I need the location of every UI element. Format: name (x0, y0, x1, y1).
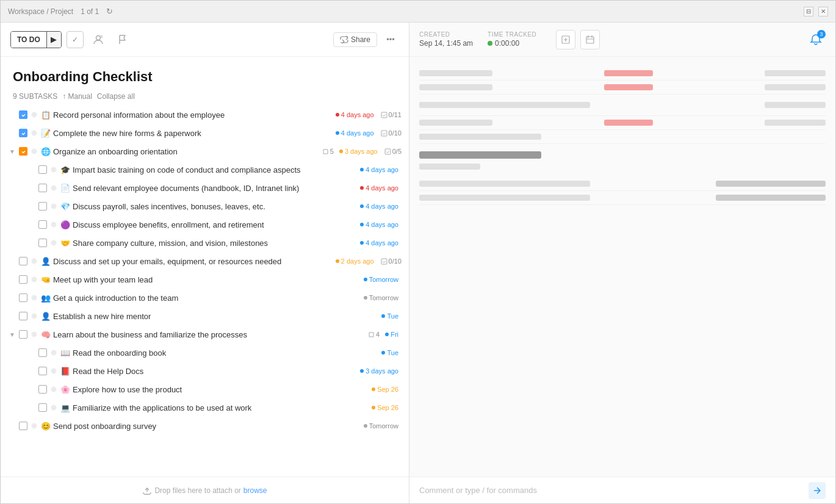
task-checkbox[interactable] (19, 422, 27, 430)
expand-button[interactable] (8, 129, 16, 137)
task-checkbox[interactable] (19, 275, 27, 284)
task-text: Send relevant employee documents (handbo… (73, 184, 355, 193)
task-checkbox[interactable] (19, 330, 27, 339)
task-options-icon[interactable] (30, 110, 38, 119)
task-options-icon[interactable] (30, 312, 38, 320)
task-checkbox[interactable] (19, 110, 27, 119)
expand-button[interactable]: ▼ (8, 330, 16, 339)
task-text: Get a quick introduction to the team (53, 293, 358, 303)
task-item[interactable]: 🤝Share company culture, mission, and vis… (5, 234, 404, 252)
expand-button[interactable] (27, 184, 36, 192)
task-item[interactable]: 👤Discuss and set up your emails, equipme… (5, 252, 404, 270)
task-item[interactable]: 👤Establish a new hire mentor Tue (5, 307, 404, 325)
task-item[interactable]: 📖Read the onboarding book Tue (5, 344, 404, 362)
task-emoji: 👤 (41, 312, 51, 321)
task-options-icon[interactable] (30, 129, 38, 137)
task-checkbox[interactable] (38, 239, 47, 247)
expand-button[interactable] (27, 385, 36, 394)
task-checkbox[interactable] (38, 220, 47, 229)
task-meta: 4 days ago 0/11 (333, 110, 402, 119)
comment-input[interactable]: Comment or type / for commands (419, 486, 804, 495)
expand-button[interactable] (27, 239, 36, 247)
task-options-icon[interactable] (30, 257, 38, 265)
task-options-icon[interactable] (49, 202, 58, 211)
task-options-icon[interactable] (49, 165, 58, 174)
expand-button[interactable] (8, 312, 16, 320)
task-options-icon[interactable] (30, 275, 38, 284)
share-button[interactable]: Share (333, 32, 377, 47)
task-options-icon[interactable] (30, 147, 38, 156)
expand-button[interactable] (27, 403, 36, 412)
expand-button[interactable] (27, 220, 36, 229)
expand-button[interactable] (27, 348, 36, 357)
task-options-icon[interactable] (30, 330, 38, 339)
task-text: Impart basic training on code of conduct… (73, 165, 355, 175)
status-arrow-icon[interactable]: ▶ (46, 31, 61, 48)
task-checkbox[interactable] (38, 385, 47, 394)
task-item[interactable]: 📝Complete the new hire forms & paperwork… (5, 124, 404, 142)
task-item[interactable]: 📕Read the Help Docs 3 days ago (5, 362, 404, 380)
send-button[interactable] (809, 482, 826, 499)
task-checkbox[interactable] (19, 147, 27, 156)
browse-link[interactable]: browse (243, 486, 267, 495)
task-options-icon[interactable] (49, 348, 58, 357)
task-checkbox[interactable] (38, 367, 47, 375)
task-item[interactable]: 🎓Impart basic training on code of conduc… (5, 160, 404, 179)
task-checkbox[interactable] (38, 403, 47, 412)
task-meta: 4 days ago 0/10 (333, 129, 402, 137)
status-button[interactable]: TO DO ▶ (10, 31, 62, 48)
collapse-button[interactable]: Collapse all (97, 92, 135, 101)
task-checkbox[interactable] (38, 202, 47, 211)
assign-icon[interactable] (88, 30, 108, 49)
task-title[interactable]: Onboarding Checklist (13, 69, 397, 85)
expand-button[interactable] (8, 275, 16, 284)
task-item[interactable]: ▼🌐Organize an onboarding orientation 5 3… (5, 142, 404, 160)
task-options-icon[interactable] (30, 293, 38, 302)
task-item[interactable]: 🌸Explore how to use the product Sep 26 (5, 380, 404, 398)
flag-icon[interactable] (113, 30, 132, 49)
task-checkbox[interactable] (38, 165, 47, 174)
expand-button[interactable] (8, 257, 16, 265)
sort-button[interactable]: ↑ Manual (62, 92, 92, 101)
task-item[interactable]: 💻Familiarize with the applications to be… (5, 398, 404, 417)
expand-button[interactable] (27, 202, 36, 211)
notifications-button[interactable]: 3 (806, 30, 826, 49)
expand-button[interactable] (8, 422, 16, 430)
task-checkbox[interactable] (19, 312, 27, 320)
task-options-icon[interactable] (49, 184, 58, 192)
task-checkbox[interactable] (19, 293, 27, 302)
task-options-icon[interactable] (30, 422, 38, 430)
task-checkbox[interactable] (38, 184, 47, 192)
expand-button[interactable] (27, 165, 36, 174)
minimize-button[interactable]: ⊟ (804, 7, 813, 16)
task-item[interactable]: 👥Get a quick introduction to the team To… (5, 289, 404, 307)
task-options-icon[interactable] (49, 403, 58, 412)
task-emoji: 📋 (41, 110, 51, 120)
task-item[interactable]: ▼🧠Learn about the business and familiari… (5, 325, 404, 344)
task-text: Discuss and set up your emails, equipmen… (53, 257, 330, 266)
timer-icon[interactable] (556, 30, 575, 49)
task-checkbox[interactable] (19, 257, 27, 265)
refresh-icon[interactable]: ↻ (106, 7, 113, 16)
expand-button[interactable] (8, 293, 16, 302)
task-options-icon[interactable] (49, 385, 58, 394)
task-item[interactable]: 🟣Discuss employee benefits, enrollment, … (5, 215, 404, 234)
expand-button[interactable] (27, 367, 36, 375)
task-item[interactable]: 🤜Meet up with your team lead Tomorrow (5, 270, 404, 289)
task-checkbox[interactable] (38, 348, 47, 357)
task-item[interactable]: 📄Send relevant employee documents (handb… (5, 179, 404, 197)
more-options-button[interactable]: ••• (382, 31, 399, 48)
task-item[interactable]: 😊Send post onboarding survey Tomorrow (5, 417, 404, 435)
task-item[interactable]: 📋Record personal information about the e… (5, 106, 404, 124)
task-item[interactable]: 💎Discuss payroll, sales incentives, bonu… (5, 197, 404, 215)
task-options-icon[interactable] (49, 220, 58, 229)
expand-button[interactable] (8, 110, 16, 119)
task-checkbox[interactable] (19, 129, 27, 137)
expand-button[interactable]: ▼ (8, 147, 16, 156)
task-options-icon[interactable] (49, 367, 58, 375)
calendar-icon[interactable] (580, 30, 600, 49)
app-window: Workspace / Project 1 of 1 ↻ ⊟ ✕ TO DO ▶… (0, 0, 836, 504)
complete-button[interactable]: ✓ (67, 31, 84, 48)
close-button[interactable]: ✕ (818, 7, 828, 16)
task-options-icon[interactable] (49, 239, 58, 247)
